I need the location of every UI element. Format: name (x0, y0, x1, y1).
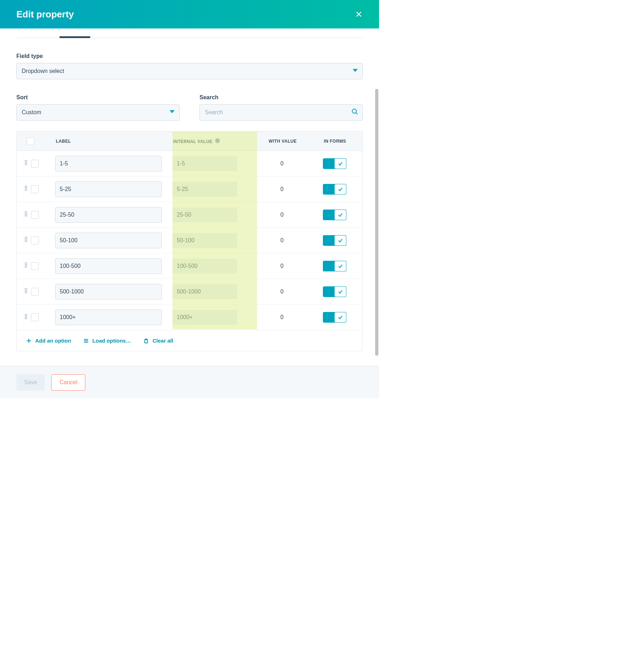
check-icon (334, 261, 346, 271)
drag-handle-icon[interactable] (21, 288, 31, 295)
cancel-button[interactable]: Cancel (51, 374, 85, 391)
search-icon (351, 108, 358, 117)
drag-handle-icon[interactable] (21, 262, 31, 270)
svg-point-12 (25, 164, 26, 165)
svg-point-52 (25, 292, 26, 293)
option-label-input[interactable] (55, 181, 162, 197)
in-forms-toggle[interactable] (323, 235, 346, 246)
add-option-label: Add an option (35, 338, 71, 344)
svg-point-19 (26, 189, 27, 189)
svg-point-28 (25, 216, 26, 216)
svg-point-6 (25, 160, 26, 161)
with-value-count: 0 (257, 263, 307, 269)
close-icon[interactable] (355, 10, 363, 18)
with-value-count: 0 (257, 186, 307, 192)
svg-point-29 (26, 216, 27, 216)
drag-handle-icon[interactable] (21, 237, 31, 244)
in-forms-toggle[interactable] (323, 184, 346, 195)
svg-point-53 (26, 292, 27, 293)
row-checkbox[interactable] (31, 211, 39, 219)
svg-point-18 (25, 189, 26, 189)
svg-point-49 (26, 290, 27, 290)
field-type-value: Dropdown select (22, 68, 64, 74)
svg-point-56 (25, 315, 26, 316)
in-forms-toggle[interactable] (323, 312, 346, 323)
svg-point-57 (26, 315, 27, 316)
internal-value: 25-50 (172, 207, 237, 222)
tab-field-type[interactable]: Field type (59, 26, 90, 38)
svg-point-38 (25, 263, 26, 263)
field-type-select[interactable]: Dropdown select (16, 63, 363, 79)
row-checkbox[interactable] (31, 262, 39, 270)
svg-point-44 (25, 267, 26, 268)
check-icon (334, 158, 346, 169)
svg-point-35 (26, 240, 27, 240)
load-options-button[interactable]: Load options… (83, 338, 131, 344)
caret-down-icon (170, 109, 175, 116)
table-row: 1-5 0 (17, 151, 362, 176)
internal-value: 1000+ (172, 310, 237, 325)
save-button[interactable]: Save (16, 374, 45, 391)
table-row: 500-1000 0 (17, 279, 362, 305)
modal-title: Edit property (16, 9, 74, 20)
with-value-count: 0 (257, 289, 307, 295)
svg-point-25 (26, 213, 27, 213)
svg-point-14 (25, 186, 26, 186)
with-value-count: 0 (257, 314, 307, 321)
with-value-count: 0 (257, 160, 307, 167)
in-forms-toggle[interactable] (323, 210, 346, 220)
svg-point-41 (26, 264, 27, 265)
check-icon (334, 312, 346, 323)
option-label-input[interactable] (55, 309, 162, 325)
in-forms-toggle[interactable] (323, 158, 346, 169)
modal-header: Edit property (0, 0, 379, 28)
add-option-button[interactable]: Add an option (26, 338, 71, 344)
sort-select[interactable]: Custom (16, 104, 180, 121)
internal-value: 5-25 (172, 182, 237, 197)
option-label-input[interactable] (55, 258, 162, 274)
internal-value: 50-100 (172, 233, 237, 248)
drag-handle-icon[interactable] (21, 211, 31, 218)
row-checkbox[interactable] (31, 185, 39, 193)
check-icon (334, 286, 346, 297)
select-all-checkbox[interactable] (27, 137, 34, 145)
clear-all-button[interactable]: Clear all (143, 338, 173, 344)
drag-handle-icon[interactable] (21, 314, 31, 321)
svg-point-15 (26, 186, 27, 186)
svg-point-50 (25, 291, 26, 292)
svg-point-58 (25, 317, 26, 317)
svg-point-26 (25, 214, 26, 215)
row-checkbox[interactable] (31, 313, 39, 321)
row-checkbox[interactable] (31, 288, 39, 296)
row-checkbox[interactable] (31, 237, 39, 244)
with-value-count: 0 (257, 212, 307, 218)
drag-handle-icon[interactable] (21, 185, 31, 193)
option-label-input[interactable] (55, 207, 162, 223)
internal-value: 100-500 (172, 259, 237, 274)
svg-point-30 (25, 237, 26, 238)
option-label-input[interactable] (55, 284, 162, 300)
check-icon (334, 235, 346, 246)
table-footer-actions: Add an option Load options… Clear all (17, 330, 362, 351)
svg-point-54 (25, 314, 26, 314)
search-input[interactable] (199, 104, 363, 121)
col-in-forms: IN FORMS (308, 139, 362, 144)
row-checkbox[interactable] (31, 160, 39, 168)
svg-point-13 (26, 164, 27, 165)
in-forms-toggle[interactable] (323, 286, 346, 297)
svg-point-24 (25, 213, 26, 213)
option-label-input[interactable] (55, 233, 162, 248)
svg-point-40 (25, 264, 26, 265)
check-icon (334, 210, 346, 220)
in-forms-toggle[interactable] (323, 261, 346, 271)
svg-point-2 (352, 109, 357, 113)
option-label-input[interactable] (55, 156, 162, 171)
scrollbar[interactable] (375, 89, 378, 356)
svg-point-32 (25, 238, 26, 239)
drag-handle-icon[interactable] (21, 160, 31, 167)
load-options-label: Load options… (92, 338, 131, 344)
svg-point-11 (26, 163, 27, 164)
field-type-label: Field type (16, 53, 363, 59)
caret-down-icon (353, 68, 358, 74)
info-icon[interactable]: i (215, 138, 220, 143)
